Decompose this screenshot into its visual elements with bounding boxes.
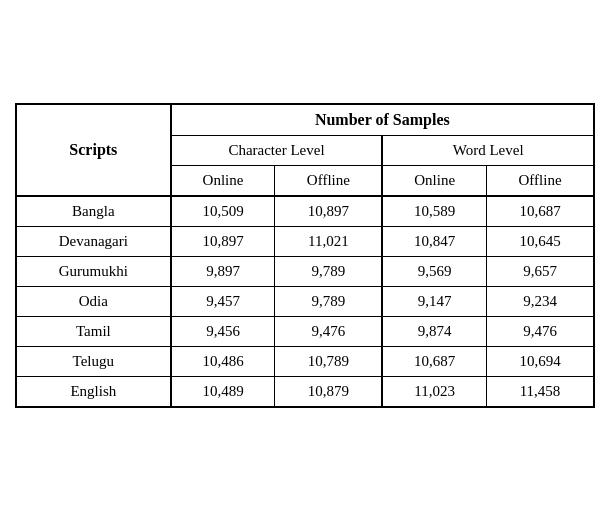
table-row: Tamil9,4569,4769,8749,476 [16, 316, 594, 346]
char-offline-cell: 10,897 [275, 196, 382, 227]
char-offline-cell: 11,021 [275, 226, 382, 256]
char-online-header: Online [171, 165, 275, 196]
word-offline-cell: 10,645 [487, 226, 594, 256]
script-cell: English [16, 376, 171, 407]
char-offline-cell: 10,789 [275, 346, 382, 376]
word-offline-header: Offline [487, 165, 594, 196]
table-row: Odia9,4579,7899,1479,234 [16, 286, 594, 316]
char-offline-header: Offline [275, 165, 382, 196]
word-offline-cell: 9,476 [487, 316, 594, 346]
char-online-cell: 9,456 [171, 316, 275, 346]
word-offline-cell: 10,694 [487, 346, 594, 376]
script-cell: Tamil [16, 316, 171, 346]
script-cell: Gurumukhi [16, 256, 171, 286]
char-offline-cell: 9,789 [275, 286, 382, 316]
table-row: English10,48910,87911,02311,458 [16, 376, 594, 407]
table-row: Bangla10,50910,89710,58910,687 [16, 196, 594, 227]
word-offline-cell: 11,458 [487, 376, 594, 407]
word-offline-cell: 9,234 [487, 286, 594, 316]
word-online-cell: 9,569 [382, 256, 486, 286]
samples-table: Scripts Number of Samples Character Leve… [15, 103, 595, 408]
table-row: Devanagari10,89711,02110,84710,645 [16, 226, 594, 256]
script-cell: Telugu [16, 346, 171, 376]
word-online-cell: 9,874 [382, 316, 486, 346]
table-body: Bangla10,50910,89710,58910,687Devanagari… [16, 196, 594, 407]
table-row: Telugu10,48610,78910,68710,694 [16, 346, 594, 376]
script-cell: Bangla [16, 196, 171, 227]
header-row-1: Scripts Number of Samples [16, 104, 594, 136]
character-level-header: Character Level [171, 135, 383, 165]
word-online-cell: 10,847 [382, 226, 486, 256]
word-online-header: Online [382, 165, 486, 196]
word-offline-cell: 10,687 [487, 196, 594, 227]
word-online-cell: 11,023 [382, 376, 486, 407]
char-online-cell: 10,489 [171, 376, 275, 407]
char-offline-cell: 10,879 [275, 376, 382, 407]
char-offline-cell: 9,789 [275, 256, 382, 286]
script-cell: Devanagari [16, 226, 171, 256]
char-offline-cell: 9,476 [275, 316, 382, 346]
word-offline-cell: 9,657 [487, 256, 594, 286]
char-online-cell: 9,897 [171, 256, 275, 286]
scripts-header: Scripts [16, 104, 171, 196]
table-row: Gurumukhi9,8979,7899,5699,657 [16, 256, 594, 286]
word-online-cell: 9,147 [382, 286, 486, 316]
char-online-cell: 10,486 [171, 346, 275, 376]
char-online-cell: 10,509 [171, 196, 275, 227]
script-cell: Odia [16, 286, 171, 316]
char-online-cell: 10,897 [171, 226, 275, 256]
char-online-cell: 9,457 [171, 286, 275, 316]
word-online-cell: 10,687 [382, 346, 486, 376]
table-container: Scripts Number of Samples Character Leve… [15, 103, 595, 408]
word-level-header: Word Level [382, 135, 594, 165]
number-of-samples-header: Number of Samples [171, 104, 594, 136]
word-online-cell: 10,589 [382, 196, 486, 227]
